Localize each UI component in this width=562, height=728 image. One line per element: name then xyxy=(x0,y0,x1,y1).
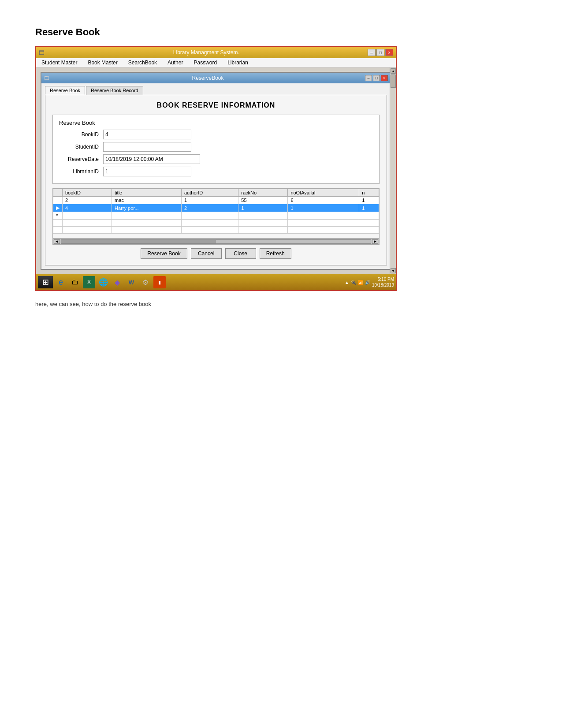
outer-app-icon: 🗔 xyxy=(39,49,45,56)
studentid-row: StudentID xyxy=(59,142,373,152)
taskbar-chrome-icon[interactable]: 🌐 xyxy=(97,276,109,288)
scroll-left-arrow[interactable]: ◀ xyxy=(54,239,60,244)
studentid-input[interactable] xyxy=(103,142,191,152)
start-button[interactable]: ⊞ xyxy=(38,276,53,288)
inner-window: 🗔 ReserveBook – □ × Reserve Book Reserve… xyxy=(41,72,391,270)
studentid-label: StudentID xyxy=(59,144,103,150)
taskbar-clock[interactable]: 5:10 PM 10/18/2019 xyxy=(372,276,394,288)
taskbar-ie-icon[interactable]: e xyxy=(55,276,67,288)
taskbar: ⊞ e 🗀 X 🌐 ◆ W ⚙ ▮ ▲ 🔌 📶 🔊 5:10 PM 10/18/… xyxy=(36,274,396,290)
inner-titlebar: 🗔 ReserveBook – □ × xyxy=(41,73,391,83)
col-rackno: rackNo xyxy=(238,189,288,197)
outer-titlebar: 🗔 Library Managment System.. – □ × xyxy=(36,47,396,58)
cell-n xyxy=(359,212,379,220)
col-bookid: bookID xyxy=(63,189,112,197)
cell-bookid: 4 xyxy=(63,204,112,212)
menu-auther[interactable]: Auther xyxy=(166,59,185,66)
cell-noofavailal xyxy=(288,212,359,220)
scroll-thumb[interactable] xyxy=(391,75,396,88)
menu-bar: Student Master Book Master SearchBook Au… xyxy=(36,58,396,67)
bookid-label: BookID xyxy=(59,131,103,138)
row-indicator xyxy=(53,197,63,204)
cell-rackno: 55 xyxy=(238,197,288,204)
outer-vertical-scrollbar[interactable]: ▲ ▼ xyxy=(390,67,396,274)
inner-close-button[interactable]: × xyxy=(381,75,388,81)
taskbar-tools-icon[interactable]: ⚙ xyxy=(139,276,152,288)
cell-authorid: 1 xyxy=(182,197,238,204)
bookid-input[interactable] xyxy=(103,130,191,139)
table-row[interactable]: * xyxy=(53,212,379,220)
data-grid-wrapper: bookID title authorID rackNo noOfAvailal… xyxy=(52,188,380,245)
scroll-right-arrow[interactable]: ▶ xyxy=(372,239,378,244)
col-noofavailal: noOfAvailal xyxy=(288,189,359,197)
cell-title xyxy=(112,212,182,220)
inner-window-controls: – □ × xyxy=(365,75,388,81)
col-title: title xyxy=(112,189,182,197)
taskbar-arrow-icon: ▲ xyxy=(345,280,349,285)
page-title: Reserve Book xyxy=(35,26,527,38)
tab-reserve-book[interactable]: Reserve Book xyxy=(45,86,85,95)
menu-searchbook[interactable]: SearchBook xyxy=(127,59,159,66)
cell-authorid: 2 xyxy=(182,204,238,212)
cell-noofavailal: 1 xyxy=(288,204,359,212)
outer-window-controls: – □ × xyxy=(368,49,393,56)
button-row: Reserve Book Cancel Close Refresh xyxy=(52,248,380,259)
close-button[interactable]: Close xyxy=(225,248,256,259)
horizontal-scrollbar[interactable]: ◀ ▶ xyxy=(53,238,379,244)
menu-librarian[interactable]: Librarian xyxy=(226,59,250,66)
outer-maximize-button[interactable]: □ xyxy=(376,49,384,56)
cell-noofavailal: 6 xyxy=(288,197,359,204)
scroll-up-arrow[interactable]: ▲ xyxy=(391,68,396,74)
taskbar-date-value: 10/18/2019 xyxy=(372,282,394,288)
taskbar-word-icon[interactable]: W xyxy=(125,276,138,288)
taskbar-folder-icon[interactable]: 🗀 xyxy=(69,276,81,288)
table-row[interactable]: 2 mac 1 55 6 1 xyxy=(53,197,379,204)
outer-close-button[interactable]: × xyxy=(385,49,393,56)
bookid-row: BookID xyxy=(59,130,373,139)
cell-bookid: 2 xyxy=(63,197,112,204)
col-authorid: authorID xyxy=(182,189,238,197)
cell-title: mac xyxy=(112,197,182,204)
librarianid-label: LibrarianID xyxy=(59,168,103,175)
col-n: n xyxy=(359,189,379,197)
menu-book-master[interactable]: Book Master xyxy=(86,59,119,66)
section-title: BOOK RESERVE INFORMATION xyxy=(52,101,380,109)
cell-authorid xyxy=(182,212,238,220)
table-row xyxy=(53,220,379,227)
table-row[interactable]: ▶ 4 Harry por... 2 1 1 1 xyxy=(53,204,379,212)
reserve-book-button[interactable]: Reserve Book xyxy=(141,248,187,259)
taskbar-app-icon[interactable]: ▮ xyxy=(153,276,166,288)
inner-app-icon: 🗔 xyxy=(44,75,49,81)
cell-title: Harry por... xyxy=(112,204,182,212)
taskbar-network-icon: 🔌 xyxy=(351,280,356,285)
inner-maximize-button[interactable]: □ xyxy=(373,75,380,81)
taskbar-excel-icon[interactable]: X xyxy=(83,276,95,288)
taskbar-vs-icon[interactable]: ◆ xyxy=(111,276,123,288)
outer-window-title: Library Managment System.. xyxy=(46,49,368,56)
reservedate-input[interactable] xyxy=(103,154,200,164)
inner-window-title: ReserveBook xyxy=(51,75,365,81)
refresh-button[interactable]: Refresh xyxy=(260,248,291,259)
cell-n: 1 xyxy=(359,197,379,204)
cell-rackno xyxy=(238,212,288,220)
outer-minimize-button[interactable]: – xyxy=(368,49,376,56)
reservedate-row: ReserveDate xyxy=(59,154,373,164)
caption: here, we can see, how to do the reserve … xyxy=(35,301,527,307)
cell-bookid xyxy=(63,212,112,220)
cell-rackno: 1 xyxy=(238,204,288,212)
librarianid-row: LibrarianID xyxy=(59,167,373,176)
taskbar-volume-icon: 🔊 xyxy=(365,280,370,285)
cancel-button[interactable]: Cancel xyxy=(191,248,222,259)
scroll-down-arrow[interactable]: ▼ xyxy=(391,268,396,273)
row-indicator: ▶ xyxy=(53,204,63,212)
reserve-book-group: Reserve Book BookID StudentID xyxy=(52,115,380,184)
inner-minimize-button[interactable]: – xyxy=(365,75,372,81)
group-title: Reserve Book xyxy=(59,119,373,126)
form-area: BOOK RESERVE INFORMATION Reserve Book Bo… xyxy=(45,95,387,265)
tab-reserve-book-record[interactable]: Reserve Book Record xyxy=(86,86,143,95)
librarianid-input[interactable] xyxy=(103,167,191,176)
menu-student-master[interactable]: Student Master xyxy=(40,59,79,66)
menu-password[interactable]: Password xyxy=(192,59,219,66)
outer-body: 🗔 ReserveBook – □ × Reserve Book Reserve… xyxy=(36,67,396,274)
cell-n: 1 xyxy=(359,204,379,212)
